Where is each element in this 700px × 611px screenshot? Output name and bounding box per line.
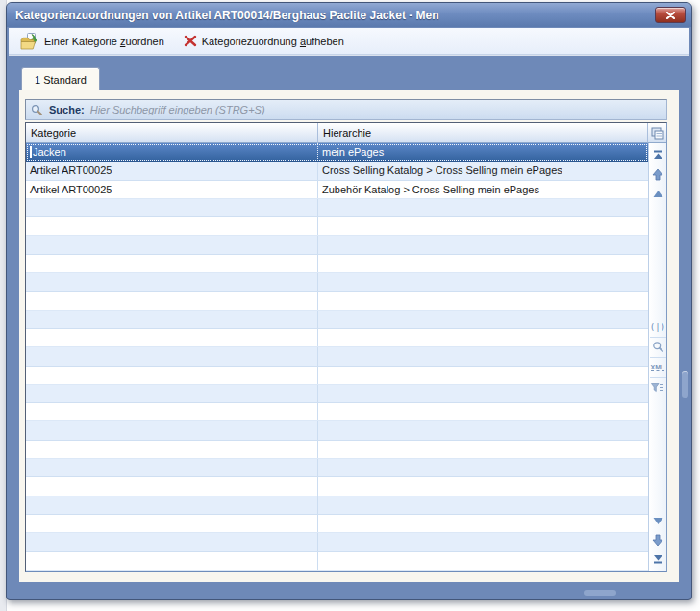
hierarchie-cell[interactable] (318, 441, 648, 458)
table-row[interactable] (26, 421, 648, 440)
column-header-kategorie[interactable]: Kategorie (26, 123, 318, 143)
hierarchie-cell[interactable] (318, 533, 648, 550)
hierarchie-cell[interactable] (318, 292, 648, 309)
hierarchie-cell[interactable] (318, 329, 648, 346)
remove-assignment-button[interactable]: Kategoriezuordnung aufheben (180, 33, 348, 49)
hierarchie-cell[interactable] (318, 403, 648, 420)
column-chooser-button[interactable] (648, 123, 666, 143)
table-row[interactable] (26, 367, 648, 385)
filter-button[interactable] (650, 377, 666, 397)
scroll-up-arrow-icon (652, 168, 663, 181)
table-row[interactable] (26, 496, 648, 515)
table-row[interactable] (26, 199, 648, 217)
table-row[interactable] (26, 217, 648, 236)
kategorie-cell[interactable]: Artikel ART00025 (26, 181, 318, 198)
scroll-up-button[interactable] (650, 184, 666, 203)
tab-panel: Suche: Hier Suchbegriff eingeben (STRG+S… (19, 90, 679, 582)
kategorie-cell[interactable] (26, 533, 318, 550)
table-row[interactable] (26, 533, 648, 551)
window-side-grip[interactable] (682, 371, 688, 398)
xml-button[interactable]: XML (650, 357, 666, 377)
window-title: Kategorienzuordnungen von Artikel ART000… (15, 9, 655, 22)
table-row[interactable] (26, 459, 648, 477)
hierarchie-cell[interactable] (318, 347, 648, 365)
hierarchie-cell[interactable] (318, 255, 648, 272)
table-row[interactable] (26, 329, 648, 347)
kategorie-cell[interactable] (26, 255, 318, 272)
kategorie-cell[interactable] (26, 347, 318, 365)
hierarchie-cell[interactable] (318, 199, 648, 216)
kategorie-cell[interactable] (26, 421, 318, 439)
hierarchie-cell[interactable] (318, 273, 648, 291)
assign-category-button[interactable]: Einer Kategorie zuordnen (16, 31, 168, 52)
table-row[interactable] (26, 385, 648, 403)
hierarchie-cell[interactable] (318, 496, 648, 514)
kategorie-cell[interactable]: Jacken (26, 143, 318, 161)
scroll-top-button[interactable] (650, 145, 666, 165)
scroll-down-arrow-button[interactable] (650, 530, 666, 549)
kategorie-cell[interactable] (26, 329, 318, 346)
column-header-hierarchie[interactable]: Hierarchie (318, 123, 648, 143)
close-icon (666, 12, 675, 19)
scroll-down-button[interactable] (650, 511, 666, 530)
hierarchie-cell[interactable] (318, 217, 648, 235)
search-bar[interactable]: Suche: Hier Suchbegriff eingeben (STRG+S… (25, 99, 667, 120)
table-row[interactable] (26, 347, 648, 366)
scroll-bottom-button[interactable] (650, 549, 666, 569)
hierarchie-cell[interactable]: mein ePages (318, 143, 648, 161)
table-row[interactable] (26, 477, 648, 496)
hierarchie-cell[interactable]: Zubehör Katalog > Cross Selling mein ePa… (318, 181, 648, 198)
kategorie-cell[interactable] (26, 496, 318, 514)
kategorie-cell[interactable]: Artikel ART00025 (26, 162, 318, 179)
column-chooser-icon (651, 127, 664, 140)
kategorie-cell[interactable] (26, 311, 318, 328)
table-row[interactable] (26, 552, 648, 571)
title-bar: Kategorienzuordnungen von Artikel ART000… (7, 3, 691, 27)
kategorie-cell[interactable] (26, 477, 318, 495)
hierarchie-cell[interactable]: Cross Selling Katalog > Cross Selling me… (318, 162, 648, 179)
kategorie-cell[interactable] (26, 403, 318, 420)
grid-rows: Jackenmein ePagesArtikel ART00025Cross S… (26, 143, 648, 571)
kategorie-cell[interactable] (26, 217, 318, 235)
table-row[interactable] (26, 292, 648, 310)
table-row[interactable] (26, 515, 648, 533)
hierarchie-cell[interactable] (318, 459, 648, 476)
table-row[interactable]: Jackenmein ePages (26, 143, 648, 162)
hierarchie-cell[interactable] (318, 236, 648, 253)
table-row[interactable]: Artikel ART00025Zubehör Katalog > Cross … (26, 181, 648, 199)
table-row[interactable] (26, 403, 648, 421)
table-row[interactable] (26, 273, 648, 292)
hierarchie-cell[interactable] (318, 477, 648, 495)
table-row[interactable] (26, 236, 648, 254)
search-label: Suche: (49, 104, 85, 115)
hierarchie-cell[interactable] (318, 385, 648, 402)
close-button[interactable] (655, 7, 686, 23)
kategorie-cell[interactable] (26, 273, 318, 291)
scroll-up-arrow-button[interactable] (650, 165, 666, 184)
kategorie-cell[interactable] (26, 515, 318, 532)
hierarchie-cell[interactable] (318, 515, 648, 532)
kategorie-cell[interactable] (26, 385, 318, 402)
table-row[interactable] (26, 441, 648, 459)
group-indicator-icon: (|) (650, 322, 665, 332)
kategorie-cell[interactable] (26, 236, 318, 253)
hierarchie-cell[interactable] (318, 421, 648, 439)
hierarchie-cell[interactable] (318, 367, 648, 384)
tab-standard[interactable]: 1 Standard (21, 67, 100, 90)
window-bottom-grip[interactable] (584, 590, 616, 596)
scroll-down-icon (653, 517, 663, 525)
kategorie-cell[interactable] (26, 199, 318, 216)
kategorie-cell[interactable] (26, 441, 318, 458)
table-row[interactable]: Artikel ART00025Cross Selling Katalog > … (26, 162, 648, 180)
table-row[interactable] (26, 255, 648, 273)
kategorie-cell[interactable] (26, 459, 318, 476)
kategorie-cell[interactable] (26, 367, 318, 384)
toolbar: Einer Kategorie zuordnen Kategoriezuordn… (9, 28, 689, 55)
table-row[interactable] (26, 311, 648, 329)
group-indicator-button[interactable]: (|) (650, 318, 666, 337)
hierarchie-cell[interactable] (318, 552, 648, 570)
hierarchie-cell[interactable] (318, 311, 648, 328)
kategorie-cell[interactable] (26, 292, 318, 309)
kategorie-cell[interactable] (26, 552, 318, 570)
zoom-button[interactable] (650, 337, 666, 357)
